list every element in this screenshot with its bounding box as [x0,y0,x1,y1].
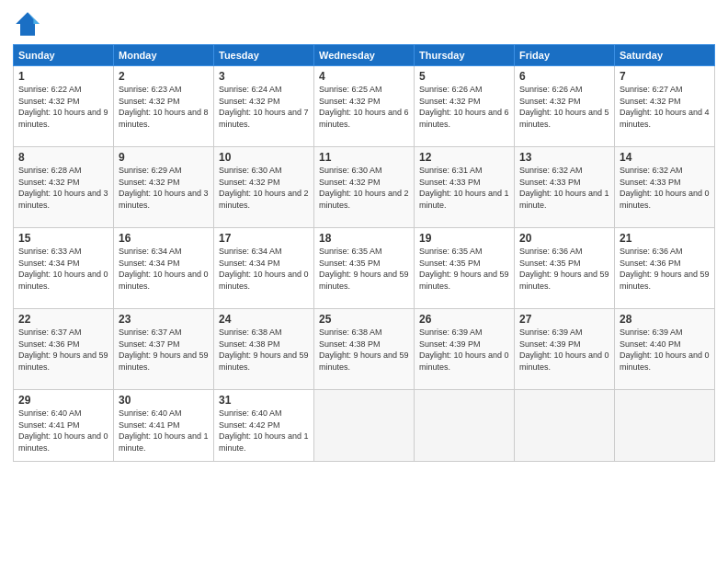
day-info: Sunrise: 6:36 AM Sunset: 4:35 PM Dayligh… [519,246,609,292]
day-info: Sunrise: 6:28 AM Sunset: 4:32 PM Dayligh… [18,165,108,211]
day-number: 25 [319,313,409,326]
day-number: 1 [18,70,108,83]
day-number: 28 [620,313,710,326]
week-row-1: 1 Sunrise: 6:22 AM Sunset: 4:32 PM Dayli… [14,66,715,147]
calendar-cell-1-1: 9 Sunrise: 6:29 AM Sunset: 4:32 PM Dayli… [114,147,214,228]
calendar-cell-1-3: 11 Sunrise: 6:30 AM Sunset: 4:32 PM Dayl… [314,147,415,228]
day-info: Sunrise: 6:40 AM Sunset: 4:42 PM Dayligh… [219,408,309,454]
calendar-cell-2-0: 15 Sunrise: 6:33 AM Sunset: 4:34 PM Dayl… [14,228,114,309]
day-info: Sunrise: 6:25 AM Sunset: 4:32 PM Dayligh… [319,84,409,130]
header-tuesday: Tuesday [214,45,314,66]
calendar-cell-4-6 [615,390,715,462]
calendar-cell-4-4 [415,390,515,462]
day-info: Sunrise: 6:23 AM Sunset: 4:32 PM Dayligh… [119,84,209,130]
calendar-cell-0-1: 2 Sunrise: 6:23 AM Sunset: 4:32 PM Dayli… [114,66,214,147]
day-info: Sunrise: 6:39 AM Sunset: 4:40 PM Dayligh… [620,327,710,373]
calendar-cell-3-5: 27 Sunrise: 6:39 AM Sunset: 4:39 PM Dayl… [515,309,615,390]
page: Sunday Monday Tuesday Wednesday Thursday… [0,0,728,563]
day-info: Sunrise: 6:39 AM Sunset: 4:39 PM Dayligh… [419,327,509,373]
calendar-cell-2-2: 17 Sunrise: 6:34 AM Sunset: 4:34 PM Dayl… [214,228,314,309]
calendar-cell-0-3: 4 Sunrise: 6:25 AM Sunset: 4:32 PM Dayli… [314,66,415,147]
day-number: 17 [219,232,309,245]
day-info: Sunrise: 6:37 AM Sunset: 4:37 PM Dayligh… [119,327,209,373]
day-info: Sunrise: 6:24 AM Sunset: 4:32 PM Dayligh… [219,84,309,130]
day-number: 15 [18,232,108,245]
day-info: Sunrise: 6:35 AM Sunset: 4:35 PM Dayligh… [319,246,409,292]
day-number: 29 [18,394,108,407]
header-thursday: Thursday [415,45,515,66]
day-number: 20 [519,232,609,245]
day-info: Sunrise: 6:33 AM Sunset: 4:34 PM Dayligh… [18,246,108,292]
day-info: Sunrise: 6:31 AM Sunset: 4:33 PM Dayligh… [419,165,509,211]
day-info: Sunrise: 6:32 AM Sunset: 4:33 PM Dayligh… [519,165,609,211]
calendar-cell-4-0: 29 Sunrise: 6:40 AM Sunset: 4:41 PM Dayl… [14,390,114,462]
day-number: 9 [119,151,209,164]
calendar-cell-4-5 [515,390,615,462]
header-saturday: Saturday [615,45,715,66]
day-number: 18 [319,232,409,245]
day-info: Sunrise: 6:36 AM Sunset: 4:36 PM Dayligh… [620,246,710,292]
day-info: Sunrise: 6:40 AM Sunset: 4:41 PM Dayligh… [18,408,108,454]
logo [13,9,46,39]
day-number: 30 [119,394,209,407]
calendar-cell-2-3: 18 Sunrise: 6:35 AM Sunset: 4:35 PM Dayl… [314,228,415,309]
calendar-cell-4-3 [314,390,415,462]
header-friday: Friday [515,45,615,66]
day-number: 4 [319,70,409,83]
day-number: 8 [18,151,108,164]
day-number: 14 [620,151,710,164]
day-info: Sunrise: 6:27 AM Sunset: 4:32 PM Dayligh… [620,84,710,130]
calendar-cell-1-6: 14 Sunrise: 6:32 AM Sunset: 4:33 PM Dayl… [615,147,715,228]
day-number: 23 [119,313,209,326]
day-number: 16 [119,232,209,245]
week-row-2: 8 Sunrise: 6:28 AM Sunset: 4:32 PM Dayli… [14,147,715,228]
day-number: 5 [419,70,509,83]
day-number: 26 [419,313,509,326]
day-number: 10 [219,151,309,164]
calendar-cell-4-1: 30 Sunrise: 6:40 AM Sunset: 4:41 PM Dayl… [114,390,214,462]
day-number: 24 [219,313,309,326]
day-info: Sunrise: 6:34 AM Sunset: 4:34 PM Dayligh… [219,246,309,292]
header-sunday: Sunday [14,45,114,66]
day-number: 7 [620,70,710,83]
day-info: Sunrise: 6:40 AM Sunset: 4:41 PM Dayligh… [119,408,209,454]
day-number: 13 [519,151,609,164]
calendar-cell-3-0: 22 Sunrise: 6:37 AM Sunset: 4:36 PM Dayl… [14,309,114,390]
day-info: Sunrise: 6:26 AM Sunset: 4:32 PM Dayligh… [419,84,509,130]
day-number: 11 [319,151,409,164]
day-info: Sunrise: 6:37 AM Sunset: 4:36 PM Dayligh… [18,327,108,373]
day-info: Sunrise: 6:35 AM Sunset: 4:35 PM Dayligh… [419,246,509,292]
calendar-cell-3-1: 23 Sunrise: 6:37 AM Sunset: 4:37 PM Dayl… [114,309,214,390]
day-number: 12 [419,151,509,164]
calendar-cell-4-2: 31 Sunrise: 6:40 AM Sunset: 4:42 PM Dayl… [214,390,314,462]
calendar-cell-2-1: 16 Sunrise: 6:34 AM Sunset: 4:34 PM Dayl… [114,228,214,309]
day-info: Sunrise: 6:30 AM Sunset: 4:32 PM Dayligh… [319,165,409,211]
day-number: 22 [18,313,108,326]
day-number: 21 [620,232,710,245]
day-info: Sunrise: 6:30 AM Sunset: 4:32 PM Dayligh… [219,165,309,211]
day-info: Sunrise: 6:29 AM Sunset: 4:32 PM Dayligh… [119,165,209,211]
calendar-cell-3-2: 24 Sunrise: 6:38 AM Sunset: 4:38 PM Dayl… [214,309,314,390]
day-number: 19 [419,232,509,245]
day-number: 2 [119,70,209,83]
calendar-cell-3-4: 26 Sunrise: 6:39 AM Sunset: 4:39 PM Dayl… [415,309,515,390]
calendar-cell-0-0: 1 Sunrise: 6:22 AM Sunset: 4:32 PM Dayli… [14,66,114,147]
day-number: 31 [219,394,309,407]
header-wednesday: Wednesday [314,45,415,66]
calendar-cell-1-4: 12 Sunrise: 6:31 AM Sunset: 4:33 PM Dayl… [415,147,515,228]
day-info: Sunrise: 6:22 AM Sunset: 4:32 PM Dayligh… [18,84,108,130]
calendar-cell-3-3: 25 Sunrise: 6:38 AM Sunset: 4:38 PM Dayl… [314,309,415,390]
week-row-3: 15 Sunrise: 6:33 AM Sunset: 4:34 PM Dayl… [14,228,715,309]
weekday-header-row: Sunday Monday Tuesday Wednesday Thursday… [14,45,715,66]
logo-icon [13,9,42,39]
week-row-4: 22 Sunrise: 6:37 AM Sunset: 4:36 PM Dayl… [14,309,715,390]
calendar-cell-1-2: 10 Sunrise: 6:30 AM Sunset: 4:32 PM Dayl… [214,147,314,228]
day-info: Sunrise: 6:34 AM Sunset: 4:34 PM Dayligh… [119,246,209,292]
calendar-cell-3-6: 28 Sunrise: 6:39 AM Sunset: 4:40 PM Dayl… [615,309,715,390]
day-info: Sunrise: 6:38 AM Sunset: 4:38 PM Dayligh… [319,327,409,373]
day-info: Sunrise: 6:38 AM Sunset: 4:38 PM Dayligh… [219,327,309,373]
calendar-cell-2-4: 19 Sunrise: 6:35 AM Sunset: 4:35 PM Dayl… [415,228,515,309]
day-number: 27 [519,313,609,326]
calendar-cell-0-4: 5 Sunrise: 6:26 AM Sunset: 4:32 PM Dayli… [415,66,515,147]
week-row-5: 29 Sunrise: 6:40 AM Sunset: 4:41 PM Dayl… [14,390,715,462]
